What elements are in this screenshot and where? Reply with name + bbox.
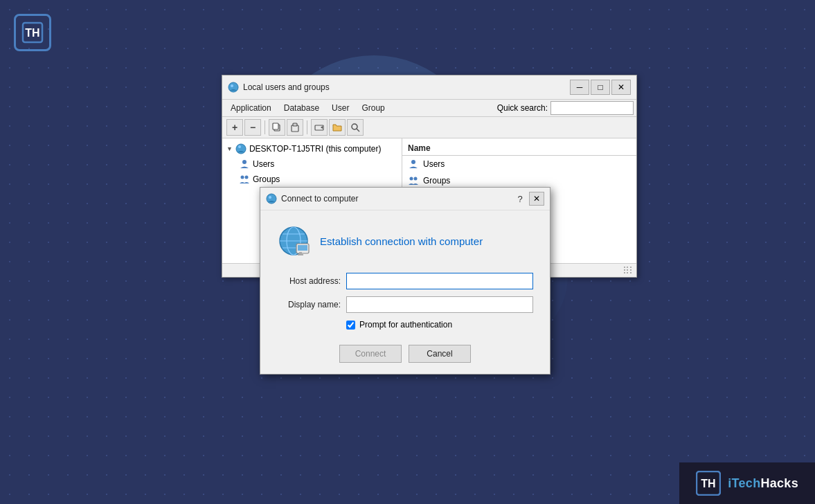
svg-rect-29 xyxy=(299,252,302,254)
top-logo: TH xyxy=(14,14,51,51)
svg-point-15 xyxy=(241,176,244,179)
window-title: Local users and groups xyxy=(243,82,330,92)
svg-point-19 xyxy=(414,177,418,181)
tree-expand-arrow: ▼ xyxy=(226,145,233,152)
computer-icon xyxy=(235,143,247,154)
connect-dialog: Connect to computer ? ✕ Establish connec… xyxy=(260,187,550,375)
dialog-header-title: Establish connection with computer xyxy=(320,235,483,247)
tree-root-item[interactable]: ▼ DESKTOP-T1J5TRI (this computer) xyxy=(222,141,402,156)
search-button[interactable] xyxy=(347,119,364,136)
tree-users-label: Users xyxy=(253,159,274,169)
groups-tree-icon xyxy=(239,174,250,185)
brand-name-part1: iTech xyxy=(728,476,760,490)
connect-button[interactable] xyxy=(311,119,328,136)
close-window-button[interactable]: ✕ xyxy=(611,80,631,95)
toolbar-separator-1 xyxy=(265,120,265,134)
right-groups-label: Groups xyxy=(423,176,450,186)
menu-database[interactable]: Database xyxy=(278,101,325,115)
svg-rect-7 xyxy=(293,123,297,126)
dialog-help-button[interactable]: ? xyxy=(512,192,528,206)
connect-button[interactable]: Connect xyxy=(339,345,402,363)
window-controls: ─ □ ✕ xyxy=(570,80,631,95)
dialog-header-section: Establish connection with computer xyxy=(277,224,533,258)
right-users-icon xyxy=(408,159,419,170)
folder-button[interactable] xyxy=(329,119,346,136)
minimize-button[interactable]: ─ xyxy=(570,80,589,95)
brand-bar: TH iTechHacks xyxy=(679,462,815,504)
brand-logo-icon: TH xyxy=(696,471,721,496)
brand-name-part2: Hacks xyxy=(760,476,798,490)
display-name-label: Display name: xyxy=(277,300,346,309)
right-users-item[interactable]: Users xyxy=(402,156,636,172)
display-name-input[interactable] xyxy=(346,296,533,313)
resize-grip[interactable] xyxy=(624,267,632,275)
svg-point-16 xyxy=(245,176,249,179)
tree-groups-item[interactable]: Groups xyxy=(222,172,402,187)
prompt-auth-row: Prompt for authentication xyxy=(277,320,533,330)
dialog-buttons: Connect Cancel xyxy=(277,342,533,363)
dialog-titlebar-left: Connect to computer xyxy=(266,193,358,204)
svg-point-18 xyxy=(410,177,413,181)
toolbar: + − xyxy=(222,117,636,138)
svg-marker-9 xyxy=(321,126,323,129)
svg-point-3 xyxy=(231,84,233,87)
tree-groups-label: Groups xyxy=(253,174,280,184)
menu-group[interactable]: Group xyxy=(356,101,390,115)
right-users-label: Users xyxy=(423,159,445,169)
dialog-app-icon xyxy=(266,193,277,204)
titlebar-left: Local users and groups xyxy=(228,82,330,93)
dialog-title: Connect to computer xyxy=(281,194,358,204)
svg-point-13 xyxy=(238,145,241,148)
svg-point-10 xyxy=(352,124,357,129)
copy-button[interactable] xyxy=(269,119,285,136)
dialog-controls: ? ✕ xyxy=(512,192,544,206)
svg-point-14 xyxy=(242,160,247,164)
host-address-row: Host address: xyxy=(277,273,533,289)
svg-point-17 xyxy=(411,160,415,164)
host-address-input[interactable] xyxy=(346,273,533,289)
quick-search-section: Quick search: xyxy=(497,101,634,115)
svg-line-11 xyxy=(357,129,359,132)
app-icon xyxy=(228,82,239,93)
remove-button[interactable]: − xyxy=(244,119,261,136)
svg-point-21 xyxy=(269,196,271,199)
quick-search-input[interactable] xyxy=(550,101,634,115)
quick-search-label: Quick search: xyxy=(497,103,548,113)
menu-user[interactable]: User xyxy=(326,101,355,115)
window-titlebar: Local users and groups ─ □ ✕ xyxy=(222,75,636,100)
prompt-auth-label: Prompt for authentication xyxy=(359,320,452,330)
dialog-body: Establish connection with computer Host … xyxy=(260,210,550,374)
cancel-button[interactable]: Cancel xyxy=(409,345,471,363)
dialog-titlebar: Connect to computer ? ✕ xyxy=(260,188,550,210)
menu-application[interactable]: Application xyxy=(225,101,277,115)
paste-button[interactable] xyxy=(287,119,303,136)
column-header-name: Name xyxy=(402,141,636,156)
display-name-row: Display name: xyxy=(277,296,533,313)
brand-name: iTechHacks xyxy=(728,476,798,491)
toolbar-separator-2 xyxy=(307,120,307,134)
svg-rect-5 xyxy=(273,123,278,129)
tree-root-label: DESKTOP-T1J5TRI (this computer) xyxy=(249,144,382,154)
prompt-auth-checkbox[interactable] xyxy=(346,321,355,330)
host-address-label: Host address: xyxy=(277,276,346,286)
right-groups-icon xyxy=(408,175,419,186)
svg-rect-28 xyxy=(298,245,307,251)
add-button[interactable]: + xyxy=(226,119,243,136)
svg-rect-30 xyxy=(298,254,303,255)
svg-text:TH: TH xyxy=(701,478,716,489)
users-tree-icon xyxy=(239,159,250,170)
dialog-close-button[interactable]: ✕ xyxy=(529,192,544,206)
maximize-button[interactable]: □ xyxy=(591,80,610,95)
tree-users-item[interactable]: Users xyxy=(222,156,402,172)
dialog-globe-icon xyxy=(277,224,310,258)
menu-bar: Application Database User Group Quick se… xyxy=(222,100,636,117)
svg-text:TH: TH xyxy=(25,27,39,39)
